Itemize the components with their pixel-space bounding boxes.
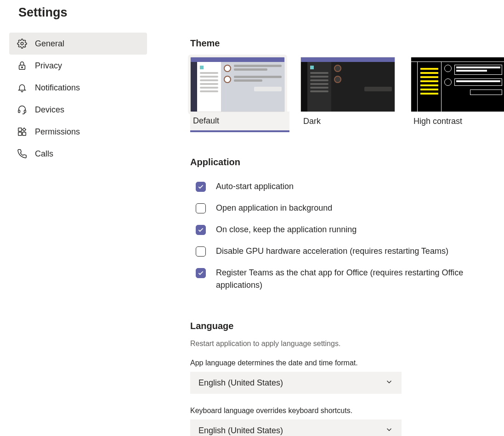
headset-icon: [17, 104, 28, 115]
sidebar-item-label: Devices: [35, 105, 64, 115]
sidebar-item-label: Notifications: [35, 83, 80, 93]
theme-option-default[interactable]: Default: [190, 57, 289, 132]
lock-icon: [17, 60, 28, 71]
page-title: Settings: [18, 6, 486, 20]
checkbox-register-chat[interactable]: [196, 268, 206, 278]
app-language-select[interactable]: English (United States): [190, 372, 402, 394]
gear-icon: [17, 38, 28, 49]
theme-preview-high-contrast: [411, 57, 504, 112]
section-application: Application Auto-start application Open …: [190, 157, 504, 296]
theme-option-dark[interactable]: Dark: [300, 57, 400, 132]
checkbox-open-background[interactable]: [196, 203, 206, 213]
language-restart-note: Restart application to apply language se…: [190, 340, 504, 348]
theme-preview-dark: [300, 57, 395, 112]
checkbox-autostart[interactable]: [196, 182, 206, 192]
checkbox-label: Auto-start application: [216, 180, 504, 193]
svg-rect-3: [18, 110, 20, 113]
theme-preview-default: [190, 57, 285, 112]
sidebar-item-label: Calls: [35, 149, 53, 159]
section-title-application: Application: [190, 157, 504, 168]
check-row-keep-running[interactable]: On close, keep the application running: [190, 219, 504, 240]
theme-option-high-contrast[interactable]: High contrast: [411, 57, 504, 132]
bell-icon: [17, 82, 28, 93]
section-title-language: Language: [190, 321, 504, 331]
app-language-note: App language determines the date and tim…: [190, 359, 504, 367]
check-row-disable-gpu[interactable]: Disable GPU hardware acceleration (requi…: [190, 240, 504, 262]
svg-rect-4: [24, 110, 26, 113]
check-row-autostart[interactable]: Auto-start application: [190, 176, 504, 197]
sidebar-item-devices[interactable]: Devices: [9, 99, 147, 121]
chevron-down-icon: [385, 425, 393, 436]
section-theme: Theme Default: [190, 38, 504, 132]
theme-label: Dark: [300, 112, 400, 131]
chevron-down-icon: [385, 378, 393, 388]
sidebar-item-label: Permissions: [35, 127, 80, 137]
checkbox-label: Register Teams as the chat app for Offic…: [216, 267, 504, 291]
checkbox-label: On close, keep the application running: [216, 224, 504, 236]
svg-rect-5: [18, 128, 22, 131]
svg-point-0: [21, 42, 23, 45]
check-row-open-background[interactable]: Open application in background: [190, 197, 504, 219]
check-row-register-chat[interactable]: Register Teams as the chat app for Offic…: [190, 262, 504, 296]
checkbox-label: Open application in background: [216, 202, 504, 214]
sidebar-item-label: Privacy: [35, 61, 62, 71]
keyboard-language-value: English (United States): [198, 426, 283, 436]
app-language-value: English (United States): [198, 378, 283, 388]
keyboard-language-select[interactable]: English (United States): [190, 419, 402, 436]
sidebar-item-label: General: [35, 39, 64, 49]
section-title-theme: Theme: [190, 38, 504, 49]
checkbox-disable-gpu[interactable]: [196, 246, 206, 257]
sidebar-item-notifications[interactable]: Notifications: [9, 77, 147, 99]
svg-rect-7: [18, 132, 22, 135]
theme-label: High contrast: [411, 112, 504, 131]
section-language: Language Restart application to apply la…: [190, 321, 504, 436]
sidebar-item-permissions[interactable]: Permissions: [9, 121, 147, 143]
apps-icon: [17, 126, 28, 137]
settings-sidebar: General Privacy Notifications Devices: [9, 33, 147, 436]
theme-label: Default: [190, 112, 289, 132]
sidebar-item-general[interactable]: General: [9, 33, 147, 55]
checkbox-keep-running[interactable]: [196, 225, 206, 235]
svg-rect-6: [23, 132, 26, 135]
checkbox-label: Disable GPU hardware acceleration (requi…: [216, 245, 504, 257]
svg-point-2: [22, 67, 23, 67]
sidebar-item-privacy[interactable]: Privacy: [9, 55, 147, 77]
sidebar-item-calls[interactable]: Calls: [9, 143, 147, 165]
phone-icon: [17, 148, 28, 159]
keyboard-language-note: Keyboard language overrides keyboard sho…: [190, 407, 504, 415]
